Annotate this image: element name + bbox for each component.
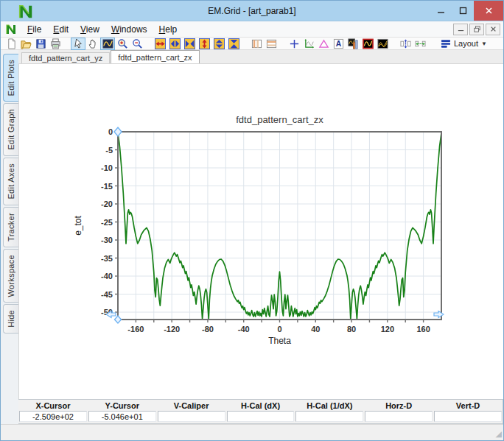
status-values: -2.509e+02-5.046e+01 [18,411,503,423]
pointer-select-button[interactable] [71,38,85,50]
zoom-in-horizontal-button[interactable] [182,38,197,50]
add-crosshair-button[interactable] [287,38,301,50]
x-tick-label: 40 [311,325,320,334]
tab-fdtd_pattern_cart_yz[interactable]: fdtd_pattern_cart_yz [21,52,110,63]
menu-bar: FileEditViewWindowsHelp [1,21,503,38]
plot-select-button[interactable] [100,38,115,50]
x-tick-label: -160 [127,325,144,334]
close-button[interactable] [474,1,503,21]
menu-windows[interactable]: Windows [105,22,153,37]
status-value: -2.509e+02 [19,411,87,422]
status-value [365,411,433,422]
resize-grip[interactable]: ◢ [496,429,502,439]
plot-histogram-button[interactable] [346,38,360,50]
status-label: X-Cursor [18,400,88,411]
maximize-icon [459,7,467,15]
close-icon [485,7,493,15]
main-area: fdtd_pattern_cart_yzfdtd_pattern_cart_zx… [18,50,503,424]
y-tick-label: -45 [101,290,113,299]
mdi-window-controls [453,24,500,35]
edit-axes-button[interactable] [301,38,316,50]
print-button[interactable] [48,38,63,50]
zoom-out-button[interactable] [130,38,144,50]
rows-icon [266,38,277,49]
fit-horizontal-button[interactable] [413,38,427,50]
fit-vertical-button[interactable] [398,38,413,50]
sidebar-tab-edit-axes[interactable]: Edit Axes [3,158,18,205]
zoom-in-button[interactable] [115,38,130,50]
menu-items: FileEditViewWindowsHelp [21,22,183,37]
menu-help[interactable]: Help [153,22,183,37]
print-icon [50,38,61,49]
mdi-minimize-button[interactable] [453,24,468,35]
mdi-restore-button[interactable] [469,24,484,35]
y-tick-label: -40 [101,272,113,281]
menu-file[interactable]: File [21,22,47,37]
new-document-button[interactable] [4,38,18,50]
sidebar-tab-label: Tracker [7,213,15,241]
status-value: -5.046e+01 [88,411,156,422]
plot-overlay-button[interactable] [375,38,390,50]
status-label: Vert-D [433,400,503,411]
layout-icon [441,39,451,49]
status-headers: X-CursorY-CursorV-CaliperH-Cal (dX)H-Cal… [18,400,503,411]
sidebar: Edit PlotsEdit GraphEdit AxesTrackerWork… [1,50,18,424]
chart[interactable]: 0-5-10-15-20-25-30-35-40-45-50-160-120-8… [72,111,489,358]
expand-vertical-button[interactable] [197,38,211,50]
y-tick-label: -30 [101,236,113,244]
sidebar-tab-tracker[interactable]: Tracker [3,207,18,247]
plot-window-button[interactable] [360,38,375,50]
x-tick-label: -40 [238,325,250,334]
minimize-button[interactable] [430,1,452,21]
save-file-button[interactable] [33,38,48,50]
expand-h-icon [155,38,166,49]
sidebar-tab-edit-graph[interactable]: Edit Graph [3,103,18,156]
maximize-button[interactable] [452,1,474,21]
columns-icon [251,38,262,49]
zoom-in-vertical-button[interactable] [226,38,241,50]
status-value [434,411,502,422]
pan-tool-button[interactable] [85,38,100,50]
add-marker-button[interactable] [316,38,331,50]
cursor-marker-bottom-left[interactable] [115,316,122,323]
show-rows-button[interactable] [264,38,279,50]
layout-label: Layout [454,39,478,48]
expand-horizontal-button[interactable] [153,38,167,50]
y-tick-label: -25 [101,218,113,227]
tab-fdtd_pattern_cart_zx[interactable]: fdtd_pattern_cart_zx [111,50,199,63]
sidebar-tab-edit-plots[interactable]: Edit Plots [3,54,18,102]
x-tick-label: 0 [277,325,281,334]
status-value [158,411,225,422]
add-text-button[interactable]: A [331,38,346,50]
x-tick-label: 80 [347,325,356,334]
window-controls [430,1,503,21]
status-label: Y-Cursor [88,400,157,411]
fit-h-icon [415,38,426,49]
mdi-close-button[interactable] [486,24,500,35]
menu-edit[interactable]: Edit [47,22,74,37]
chevron-down-icon: ▼ [481,40,487,47]
open-file-button[interactable] [18,38,33,50]
menu-view[interactable]: View [74,22,105,37]
toolbar: ALayout▼ [1,38,503,50]
sidebar-tab-hide[interactable]: Hide [3,304,18,334]
cursor-marker-top-left[interactable] [114,127,122,136]
content-area: Edit PlotsEdit GraphEdit AxesTrackerWork… [1,50,503,424]
x-tick-label: -120 [164,325,180,334]
y-axis-label: e_tot [73,215,83,235]
layout-dropdown-button[interactable]: Layout▼ [438,38,490,49]
marker-triangle-icon [318,38,329,49]
status-bar: X-CursorY-CursorV-CaliperH-Cal (dX)H-Cal… [18,399,503,424]
status-value [295,411,363,422]
minimize-icon [437,7,445,15]
sidebar-tab-label: Edit Graph [7,109,15,150]
show-columns-button[interactable] [249,38,264,50]
zoom-out-vertical-button[interactable] [211,38,226,50]
sidebar-tab-workspace[interactable]: Workspace [3,249,18,303]
curves-window-icon [377,38,388,49]
open-folder-icon [21,38,32,49]
fit-v-icon [400,38,411,49]
zoom-out-horizontal-button[interactable] [167,38,182,50]
sidebar-tab-label: Hide [7,310,15,328]
y-tick-label: -35 [101,254,113,263]
